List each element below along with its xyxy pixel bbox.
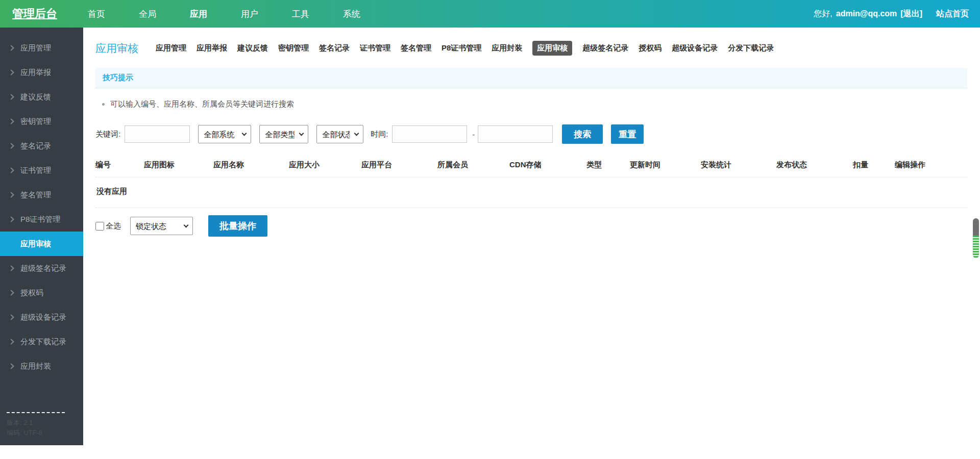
module-tab[interactable]: 授权码 [639, 43, 662, 53]
status-select[interactable]: 全部状态 [316, 125, 363, 143]
module-tab[interactable]: 签名管理 [401, 43, 431, 53]
logout-link[interactable]: [退出] [900, 9, 922, 19]
batch-actions: 全选 锁定状态 批量操作 [95, 215, 967, 237]
sidebar-item[interactable]: 超级设备记录 [0, 305, 83, 329]
search-form: 关键词: 全部系统 全部类型 全部状态 时间: [95, 124, 967, 144]
sidebar-item-label: 应用举报 [20, 68, 51, 78]
sidebar-item[interactable]: 授权码 [0, 280, 83, 305]
tab-row: 应用审核 应用管理 应用举报 建议反馈 密钥管理 签名记录 证书管理 签名管理 [95, 41, 967, 56]
module-tab[interactable]: 应用举报 [197, 43, 227, 53]
sidebar-item-label: 分发下载记录 [20, 337, 66, 347]
empty-state-text: 没有应用 [95, 177, 967, 208]
keyword-label: 关键词: [95, 130, 120, 139]
table-header-cell: 发布状态 [776, 160, 853, 170]
select-all-checkbox[interactable] [95, 222, 104, 231]
sidebar-item-label: 签名管理 [20, 190, 51, 200]
chevron-right-icon [8, 167, 14, 173]
sidebar-item-label: 证书管理 [20, 166, 51, 175]
chevron-right-icon [8, 143, 14, 148]
top-nav-item[interactable]: 首页 [88, 8, 105, 20]
keyword-input[interactable] [125, 125, 190, 143]
module-tab[interactable]: 密钥管理 [278, 43, 309, 53]
chevron-right-icon [8, 69, 14, 75]
sidebar-item-label: 应用审核 [20, 239, 51, 249]
sidebar-item[interactable]: 应用举报 [0, 60, 83, 85]
module-tab[interactable]: 签名记录 [319, 43, 350, 53]
top-nav: 首页 全局 应用 用户 工具 系统 [88, 8, 360, 20]
main-content: 应用审核 应用管理 应用举报 建议反馈 密钥管理 签名记录 证书管理 签名管理 [83, 28, 980, 459]
apps-table: 编号 应用图标 应用名称 应用大小 应用平台 所属会员 CDN存储 类型 更新时… [95, 160, 967, 208]
module-tab[interactable]: 应用审核 [532, 41, 572, 56]
sidebar-item[interactable]: 应用管理 [0, 36, 83, 60]
batch-action-button[interactable]: 批量操作 [208, 215, 267, 237]
table-header-cell: CDN存储 [509, 160, 586, 170]
time-end-input[interactable] [478, 125, 553, 143]
table-header-row: 编号 应用图标 应用名称 应用大小 应用平台 所属会员 CDN存储 类型 更新时… [95, 160, 967, 177]
chevron-right-icon [8, 314, 14, 320]
sidebar-item-label: 超级签名记录 [20, 264, 66, 273]
sidebar-item[interactable]: 签名管理 [0, 183, 83, 207]
sidebar-item[interactable]: 密钥管理 [0, 109, 83, 134]
scrollbar-thumb-top [973, 218, 979, 236]
type-select[interactable]: 全部类型 [259, 125, 308, 143]
reset-button[interactable]: 重置 [611, 124, 644, 144]
search-button[interactable]: 搜索 [562, 124, 603, 144]
sidebar-item-label: P8证书管理 [20, 215, 60, 224]
tips-header: 技巧提示 [95, 68, 967, 88]
module-tab[interactable]: 超级设备记录 [672, 43, 718, 53]
sidebar-item[interactable]: P8证书管理 [0, 207, 83, 232]
table-header-cell: 所属会员 [437, 160, 509, 170]
chevron-right-icon [8, 192, 14, 197]
module-tab[interactable]: P8证书管理 [442, 43, 481, 53]
version-text: 版本: 2.1 [7, 418, 83, 428]
scrollbar-thumb[interactable] [973, 218, 979, 258]
sidebar-item[interactable]: 应用封装 [0, 354, 83, 378]
chevron-right-icon [8, 94, 14, 99]
chevron-right-icon [8, 45, 14, 50]
sidebar-item[interactable]: 建议反馈 [0, 85, 83, 109]
batch-select-wrap: 锁定状态 [130, 217, 193, 235]
module-tab[interactable]: 建议反馈 [237, 43, 268, 53]
sidebar-item[interactable]: 应用审核 [0, 232, 83, 256]
type-select-wrap: 全部类型 [259, 125, 308, 143]
time-start-input[interactable] [392, 125, 467, 143]
module-tab[interactable]: 证书管理 [360, 43, 390, 53]
chevron-right-icon [8, 339, 14, 344]
top-nav-item[interactable]: 应用 [190, 8, 207, 20]
chevron-right-icon [8, 363, 14, 369]
table-header-cell: 应用图标 [144, 160, 213, 170]
table-header-cell: 类型 [586, 160, 630, 170]
app-logo[interactable]: 管理后台 [12, 6, 57, 21]
top-nav-item[interactable]: 系统 [343, 8, 360, 20]
chevron-right-icon [8, 118, 14, 124]
top-nav-item[interactable]: 用户 [241, 8, 258, 20]
table-header-cell: 编辑操作 [895, 160, 966, 170]
sidebar-item[interactable]: 超级签名记录 [0, 256, 83, 280]
table-header-cell: 应用平台 [361, 160, 437, 170]
sidebar-item[interactable]: 证书管理 [0, 158, 83, 183]
batch-status-select[interactable]: 锁定状态 [130, 217, 193, 235]
top-nav-item[interactable]: 工具 [292, 8, 309, 20]
username-text: admin@qq.com [836, 9, 897, 18]
select-all-label: 全选 [106, 221, 121, 231]
user-area: 您好, admin@qq.com [退出] 站点首页 [814, 9, 969, 19]
bullet-icon [102, 103, 105, 106]
module-tab[interactable]: 应用封装 [492, 43, 522, 53]
system-select-wrap: 全部系统 [198, 125, 251, 143]
chevron-right-icon [8, 265, 14, 271]
module-tab[interactable]: 应用管理 [156, 43, 186, 53]
sidebar-item[interactable]: 分发下载记录 [0, 329, 83, 354]
module-tabs: 应用管理 应用举报 建议反馈 密钥管理 签名记录 证书管理 签名管理 P8证书管… [156, 41, 774, 56]
module-tab[interactable]: 超级签名记录 [582, 43, 628, 53]
table-header-cell: 更新时间 [630, 160, 701, 170]
greeting-text: 您好, [814, 9, 832, 19]
sidebar-item-label: 授权码 [20, 288, 43, 298]
encoding-text: 编码: UTF-8 [7, 428, 83, 438]
top-nav-item[interactable]: 全局 [139, 8, 156, 20]
system-select[interactable]: 全部系统 [198, 125, 251, 143]
sidebar-item[interactable]: 签名记录 [0, 134, 83, 158]
scrollbar-thumb-stripes [973, 236, 979, 258]
site-home-link[interactable]: 站点首页 [936, 9, 969, 19]
module-tab[interactable]: 分发下载记录 [728, 43, 774, 53]
chevron-right-icon [8, 290, 14, 295]
